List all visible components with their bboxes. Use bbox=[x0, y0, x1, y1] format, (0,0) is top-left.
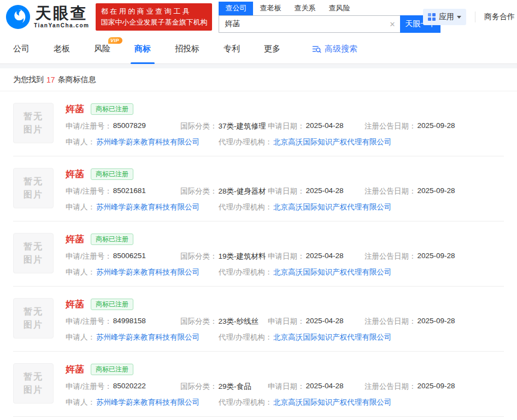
advanced-search-link[interactable]: 高级搜索 bbox=[312, 44, 357, 54]
slogan-badge: 都 在 用 的 商 业 查 询 工 具 国家中小企业发展子基金旗下机构 bbox=[96, 3, 212, 31]
trademark-name-link[interactable]: 姩菡 bbox=[66, 363, 84, 376]
pub-date-value: 2025-09-28 bbox=[418, 186, 455, 196]
tianyancha-logo[interactable]: 天眼查 TianYanCha.com bbox=[5, 4, 89, 30]
intl-class-label: 国际分类： bbox=[180, 382, 218, 392]
applicant-link[interactable]: 苏州峰学蔚来教育科技有限公司 bbox=[96, 137, 199, 147]
trademark-name-link[interactable]: 姩菡 bbox=[66, 298, 84, 311]
nav-item-risk[interactable]: 风险 VIP bbox=[94, 34, 110, 64]
search-tab-relation[interactable]: 查关系 bbox=[287, 2, 322, 15]
agency-link[interactable]: 北京高沃国际知识产权代理有限公司 bbox=[273, 398, 391, 407]
agency-link[interactable]: 北京高沃国际知识产权代理有限公司 bbox=[273, 202, 391, 212]
pub-date-label: 注册公告日期： bbox=[365, 382, 416, 392]
nav-item-boss[interactable]: 老板 bbox=[54, 34, 70, 64]
results-count-number: 17 bbox=[46, 75, 55, 84]
apply-date-label: 申请日期： bbox=[268, 252, 305, 261]
search-tab-risk[interactable]: 查风险 bbox=[322, 2, 356, 15]
nav-item-trademark[interactable]: 商标 bbox=[134, 34, 151, 64]
apply-date-label: 申请日期： bbox=[268, 186, 305, 196]
status-badge: 商标已注册 bbox=[91, 103, 133, 115]
pub-date-value: 2025-09-28 bbox=[418, 252, 455, 261]
trademark-image-placeholder: 暂无 图片 bbox=[13, 233, 54, 273]
reg-no-label: 申请/注册号： bbox=[66, 186, 112, 196]
clear-search-icon[interactable]: ✕ bbox=[390, 20, 396, 28]
applicant-label: 申请人： bbox=[66, 332, 95, 342]
reg-no-label: 申请/注册号： bbox=[66, 252, 112, 261]
nav-item-risk-label: 风险 bbox=[94, 44, 110, 54]
trademark-name-link[interactable]: 姩菡 bbox=[66, 168, 84, 180]
search-input[interactable] bbox=[219, 15, 400, 33]
intl-class-label: 国际分类： bbox=[180, 317, 218, 326]
applicant-link[interactable]: 苏州峰学蔚来教育科技有限公司 bbox=[96, 267, 199, 277]
trademark-name-link[interactable]: 姩菡 bbox=[66, 233, 84, 246]
agency-link[interactable]: 北京高沃国际知识产权代理有限公司 bbox=[273, 137, 391, 147]
agency-link[interactable]: 北京高沃国际知识产权代理有限公司 bbox=[273, 332, 391, 342]
agency-link[interactable]: 北京高沃国际知识产权代理有限公司 bbox=[273, 267, 391, 277]
pub-date-label: 注册公告日期： bbox=[365, 186, 416, 196]
applicant-link[interactable]: 苏州峰学蔚来教育科技有限公司 bbox=[96, 202, 199, 212]
trademark-image-placeholder: 暂无 图片 bbox=[13, 103, 54, 143]
category-nav: 公司 老板 风险 VIP 商标 招投标 专利 更多 高级搜索 bbox=[0, 34, 517, 64]
trademark-image-placeholder: 暂无 图片 bbox=[13, 363, 54, 404]
nav-item-company[interactable]: 公司 bbox=[13, 34, 30, 64]
trademark-image-placeholder: 暂无 图片 bbox=[13, 168, 54, 208]
apply-date-label: 申请日期： bbox=[268, 121, 305, 131]
applicant-label: 申请人： bbox=[66, 398, 95, 407]
search-tab-boss[interactable]: 查老板 bbox=[253, 2, 287, 15]
vip-badge: VIP bbox=[108, 37, 122, 44]
apps-label: 应用 bbox=[439, 12, 454, 22]
logo-brand-text: 天眼查 bbox=[36, 5, 88, 21]
pub-date-label: 注册公告日期： bbox=[365, 317, 416, 326]
content-gap bbox=[0, 64, 517, 68]
reg-no-label: 申请/注册号： bbox=[66, 382, 112, 392]
applicant-label: 申请人： bbox=[66, 202, 95, 212]
results-count-bar: 为您找到 17 条商标信息 bbox=[0, 68, 517, 91]
search-tabs: 查公司 查老板 查关系 查风险 bbox=[219, 2, 440, 15]
intl-class-value: 23类-纱线丝 bbox=[219, 317, 259, 326]
applicant-label: 申请人： bbox=[66, 267, 95, 277]
apply-date-value: 2025-04-28 bbox=[306, 121, 344, 131]
trademark-result-card: 暂无 图片 姩菡 商标已注册 申请/注册号： 85020222 国际分类： 29… bbox=[0, 352, 517, 417]
search-tab-company[interactable]: 查公司 bbox=[219, 2, 253, 15]
status-badge: 商标已注册 bbox=[91, 299, 133, 311]
apply-date-value: 2025-04-28 bbox=[306, 382, 344, 392]
nav-item-patent[interactable]: 专利 bbox=[224, 34, 240, 64]
status-badge: 商标已注册 bbox=[91, 364, 133, 376]
pub-date-value: 2025-09-28 bbox=[418, 382, 455, 392]
intl-class-label: 国际分类： bbox=[180, 186, 218, 196]
applicant-link[interactable]: 苏州峰学蔚来教育科技有限公司 bbox=[96, 332, 199, 342]
pub-date-label: 注册公告日期： bbox=[365, 121, 416, 131]
apps-button[interactable]: 应用 bbox=[423, 9, 466, 25]
apps-grid-icon bbox=[428, 13, 436, 21]
reg-no-value: 85021681 bbox=[113, 186, 146, 196]
intl-class-label: 国际分类： bbox=[180, 252, 218, 261]
no-image-text-line2: 图片 bbox=[24, 188, 43, 201]
no-image-text-line2: 图片 bbox=[24, 123, 43, 136]
trademark-name-link[interactable]: 姩菡 bbox=[66, 103, 84, 115]
search-block: 查公司 查老板 查关系 查风险 ✕ 天眼一下 bbox=[219, 2, 440, 33]
agency-label: 代理/办理机构： bbox=[219, 332, 272, 342]
nav-item-bidding[interactable]: 招投标 bbox=[175, 34, 199, 64]
business-cooperation-link[interactable]: 商务合作 bbox=[484, 12, 515, 22]
status-badge: 商标已注册 bbox=[91, 168, 133, 180]
nav-item-more[interactable]: 更多 bbox=[264, 34, 280, 64]
agency-label: 代理/办理机构： bbox=[219, 137, 272, 147]
no-image-text-line1: 暂无 bbox=[24, 175, 43, 188]
reg-no-label: 申请/注册号： bbox=[66, 317, 112, 326]
intl-class-value: 37类-建筑修理 bbox=[219, 121, 266, 131]
no-image-text-line1: 暂无 bbox=[24, 370, 43, 383]
agency-label: 代理/办理机构： bbox=[219, 202, 272, 212]
slogan-line2: 国家中小企业发展子基金旗下机构 bbox=[101, 17, 207, 28]
reg-no-label: 申请/注册号： bbox=[66, 121, 112, 131]
trademark-result-card: 暂无 图片 姩菡 商标已注册 申请/注册号： 84998158 国际分类： 23… bbox=[0, 287, 517, 352]
apply-date-value: 2025-04-28 bbox=[306, 317, 344, 326]
reg-no-value: 85007829 bbox=[113, 121, 146, 131]
intl-class-value: 19类-建筑材料 bbox=[219, 252, 266, 261]
applicant-link[interactable]: 苏州峰学蔚来教育科技有限公司 bbox=[96, 398, 199, 407]
pub-date-value: 2025-09-28 bbox=[418, 121, 455, 131]
apply-date-value: 2025-04-28 bbox=[306, 186, 344, 196]
no-image-text-line1: 暂无 bbox=[24, 305, 43, 318]
intl-class-value: 28类-健身器材 bbox=[219, 186, 266, 196]
apply-date-value: 2025-04-28 bbox=[306, 252, 344, 261]
status-badge: 商标已注册 bbox=[91, 234, 133, 246]
no-image-text-line2: 图片 bbox=[24, 318, 43, 331]
